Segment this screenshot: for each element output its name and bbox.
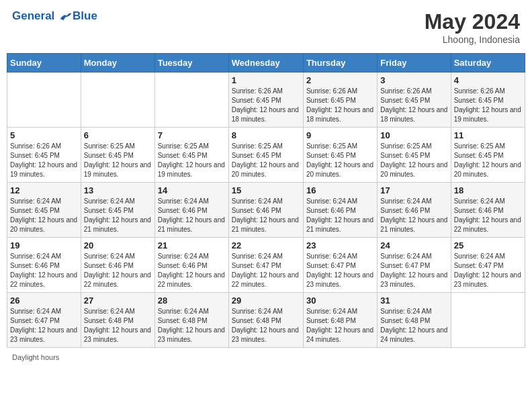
calendar-cell (7, 73, 81, 128)
calendar-cell: 16Sunrise: 6:24 AM Sunset: 6:46 PM Dayli… (303, 183, 377, 238)
calendar-cell: 25Sunrise: 6:24 AM Sunset: 6:47 PM Dayli… (451, 238, 525, 293)
calendar-week-row: 26Sunrise: 6:24 AM Sunset: 6:47 PM Dayli… (7, 293, 525, 348)
day-number: 27 (84, 295, 152, 306)
day-number: 29 (232, 295, 300, 306)
day-info: Sunrise: 6:24 AM Sunset: 6:46 PM Dayligh… (158, 197, 226, 234)
calendar-cell: 17Sunrise: 6:24 AM Sunset: 6:46 PM Dayli… (378, 183, 451, 238)
logo-bird-icon (59, 10, 73, 24)
col-header-wednesday: Wednesday (228, 54, 303, 73)
footer-note: Daylight hours (7, 352, 525, 363)
day-info: Sunrise: 6:25 AM Sunset: 6:45 PM Dayligh… (380, 142, 447, 179)
day-info: Sunrise: 6:25 AM Sunset: 6:45 PM Dayligh… (232, 142, 300, 179)
col-header-friday: Friday (378, 54, 451, 73)
title-block: May 2024 Lhoong, Indonesia (425, 9, 520, 45)
day-number: 13 (84, 185, 152, 195)
logo-blue: Blue (73, 9, 97, 23)
calendar-cell: 13Sunrise: 6:24 AM Sunset: 6:45 PM Dayli… (81, 183, 154, 238)
day-number: 21 (158, 240, 226, 250)
calendar-cell: 20Sunrise: 6:24 AM Sunset: 6:46 PM Dayli… (81, 238, 154, 293)
calendar-cell: 31Sunrise: 6:24 AM Sunset: 6:48 PM Dayli… (378, 293, 451, 348)
day-number: 9 (306, 130, 374, 140)
day-info: Sunrise: 6:24 AM Sunset: 6:47 PM Dayligh… (306, 252, 374, 289)
calendar-cell: 14Sunrise: 6:24 AM Sunset: 6:46 PM Dayli… (154, 183, 228, 238)
day-info: Sunrise: 6:24 AM Sunset: 6:46 PM Dayligh… (232, 197, 300, 234)
calendar-cell: 5Sunrise: 6:26 AM Sunset: 6:45 PM Daylig… (7, 128, 81, 183)
day-number: 31 (380, 295, 447, 306)
calendar-cell: 18Sunrise: 6:24 AM Sunset: 6:46 PM Dayli… (451, 183, 525, 238)
calendar-week-row: 19Sunrise: 6:24 AM Sunset: 6:46 PM Dayli… (7, 238, 525, 293)
calendar-cell: 12Sunrise: 6:24 AM Sunset: 6:45 PM Dayli… (7, 183, 81, 238)
day-info: Sunrise: 6:24 AM Sunset: 6:45 PM Dayligh… (10, 197, 78, 234)
col-header-saturday: Saturday (451, 54, 525, 73)
day-number: 11 (454, 130, 522, 140)
calendar-cell (451, 293, 525, 348)
day-info: Sunrise: 6:25 AM Sunset: 6:45 PM Dayligh… (158, 142, 226, 179)
calendar-cell: 10Sunrise: 6:25 AM Sunset: 6:45 PM Dayli… (378, 128, 451, 183)
calendar-cell: 11Sunrise: 6:25 AM Sunset: 6:45 PM Dayli… (451, 128, 525, 183)
calendar-cell (154, 73, 228, 128)
day-info: Sunrise: 6:26 AM Sunset: 6:45 PM Dayligh… (454, 87, 522, 124)
calendar-week-row: 12Sunrise: 6:24 AM Sunset: 6:45 PM Dayli… (7, 183, 525, 238)
day-info: Sunrise: 6:24 AM Sunset: 6:48 PM Dayligh… (306, 307, 374, 345)
day-info: Sunrise: 6:26 AM Sunset: 6:45 PM Dayligh… (380, 87, 447, 124)
calendar-cell: 23Sunrise: 6:24 AM Sunset: 6:47 PM Dayli… (303, 238, 377, 293)
day-number: 19 (10, 240, 78, 250)
day-info: Sunrise: 6:25 AM Sunset: 6:45 PM Dayligh… (454, 142, 522, 179)
day-number: 16 (306, 185, 374, 195)
calendar-header-row: SundayMondayTuesdayWednesdayThursdayFrid… (7, 54, 525, 73)
day-number: 26 (10, 295, 78, 306)
calendar-cell: 8Sunrise: 6:25 AM Sunset: 6:45 PM Daylig… (228, 128, 303, 183)
day-info: Sunrise: 6:26 AM Sunset: 6:45 PM Dayligh… (232, 87, 300, 124)
day-info: Sunrise: 6:24 AM Sunset: 6:47 PM Dayligh… (232, 252, 300, 289)
calendar-cell: 15Sunrise: 6:24 AM Sunset: 6:46 PM Dayli… (228, 183, 303, 238)
calendar-cell: 26Sunrise: 6:24 AM Sunset: 6:47 PM Dayli… (7, 293, 81, 348)
day-info: Sunrise: 6:24 AM Sunset: 6:48 PM Dayligh… (84, 307, 152, 345)
day-info: Sunrise: 6:24 AM Sunset: 6:48 PM Dayligh… (158, 307, 226, 345)
calendar-cell: 22Sunrise: 6:24 AM Sunset: 6:47 PM Dayli… (228, 238, 303, 293)
logo: General Blue (12, 9, 97, 24)
day-info: Sunrise: 6:24 AM Sunset: 6:47 PM Dayligh… (380, 252, 447, 289)
day-number: 3 (380, 75, 447, 85)
day-number: 12 (10, 185, 78, 195)
day-number: 17 (380, 185, 447, 195)
day-info: Sunrise: 6:25 AM Sunset: 6:45 PM Dayligh… (84, 142, 152, 179)
day-info: Sunrise: 6:24 AM Sunset: 6:48 PM Dayligh… (232, 307, 300, 345)
day-number: 30 (306, 295, 374, 306)
location: Lhoong, Indonesia (425, 34, 520, 45)
daylight-hours-label: Daylight hours (12, 353, 59, 361)
col-header-thursday: Thursday (303, 54, 377, 73)
day-number: 23 (306, 240, 374, 250)
day-number: 22 (232, 240, 300, 250)
day-info: Sunrise: 6:24 AM Sunset: 6:46 PM Dayligh… (454, 197, 522, 234)
day-number: 4 (454, 75, 522, 85)
day-number: 2 (306, 75, 374, 85)
day-number: 18 (454, 185, 522, 195)
day-number: 8 (232, 130, 300, 140)
day-info: Sunrise: 6:24 AM Sunset: 6:46 PM Dayligh… (306, 197, 374, 234)
calendar-cell: 3Sunrise: 6:26 AM Sunset: 6:45 PM Daylig… (378, 73, 451, 128)
calendar-cell: 27Sunrise: 6:24 AM Sunset: 6:48 PM Dayli… (81, 293, 154, 348)
calendar-cell: 21Sunrise: 6:24 AM Sunset: 6:46 PM Dayli… (154, 238, 228, 293)
day-number: 20 (84, 240, 152, 250)
logo-general: General (12, 9, 54, 22)
calendar-cell: 2Sunrise: 6:26 AM Sunset: 6:45 PM Daylig… (303, 73, 377, 128)
month-title: May 2024 (425, 9, 520, 34)
calendar-cell: 30Sunrise: 6:24 AM Sunset: 6:48 PM Dayli… (303, 293, 377, 348)
calendar-cell: 1Sunrise: 6:26 AM Sunset: 6:45 PM Daylig… (228, 73, 303, 128)
calendar-cell: 7Sunrise: 6:25 AM Sunset: 6:45 PM Daylig… (154, 128, 228, 183)
day-info: Sunrise: 6:26 AM Sunset: 6:45 PM Dayligh… (10, 142, 78, 179)
calendar-week-row: 1Sunrise: 6:26 AM Sunset: 6:45 PM Daylig… (7, 73, 525, 128)
day-number: 7 (158, 130, 226, 140)
day-info: Sunrise: 6:24 AM Sunset: 6:45 PM Dayligh… (84, 197, 152, 234)
day-number: 5 (10, 130, 78, 140)
day-number: 10 (380, 130, 447, 140)
calendar-cell: 24Sunrise: 6:24 AM Sunset: 6:47 PM Dayli… (378, 238, 451, 293)
day-info: Sunrise: 6:24 AM Sunset: 6:46 PM Dayligh… (380, 197, 447, 234)
day-number: 14 (158, 185, 226, 195)
calendar-cell: 28Sunrise: 6:24 AM Sunset: 6:48 PM Dayli… (154, 293, 228, 348)
day-info: Sunrise: 6:24 AM Sunset: 6:48 PM Dayligh… (380, 307, 447, 345)
day-number: 25 (454, 240, 522, 250)
calendar-cell (81, 73, 154, 128)
calendar-table: SundayMondayTuesdayWednesdayThursdayFrid… (7, 53, 525, 348)
page-header: General Blue May 2024 Lhoong, Indonesia (7, 7, 525, 48)
